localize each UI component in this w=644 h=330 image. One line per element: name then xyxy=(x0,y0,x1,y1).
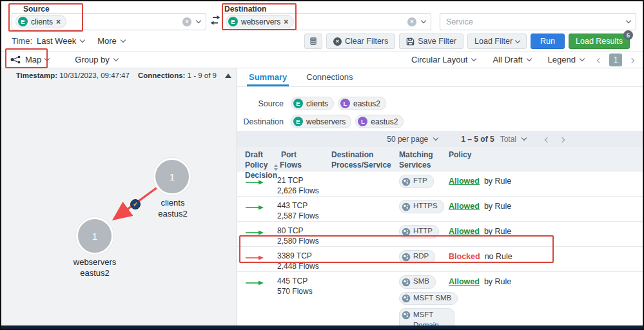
table-row-ftp[interactable]: 21 TCP 2,626 Flows FTP Allowed by Rule xyxy=(237,171,643,196)
policy-decision-link[interactable]: Allowed xyxy=(449,277,480,286)
details-panel: Summary Connections Source E clients L e… xyxy=(237,68,643,325)
group-by-dropdown[interactable]: Group by xyxy=(75,55,117,64)
service-icon xyxy=(402,294,411,303)
policy-detail: no Rule xyxy=(485,252,512,261)
clear-field-icon[interactable] xyxy=(182,17,191,26)
policy-decision-link[interactable]: Allowed xyxy=(449,202,480,211)
table-prev-page-button[interactable] xyxy=(543,135,552,144)
chevron-down-icon xyxy=(44,56,50,61)
service-pill[interactable]: HTTPS xyxy=(399,200,444,213)
time-range-dropdown[interactable]: Last Week xyxy=(37,36,76,46)
chevron-left-icon xyxy=(597,58,602,63)
service-name: FTP xyxy=(413,177,427,184)
service-pill[interactable]: HTTP xyxy=(399,225,439,238)
node-clients-label: clients eastus2 xyxy=(128,198,218,220)
flows-value: 2,580 Flows xyxy=(277,236,331,246)
tab-connections[interactable]: Connections xyxy=(306,68,353,86)
col-header-matching-services: Matching Services xyxy=(399,150,449,171)
service-name: RDP xyxy=(413,252,429,260)
enforcement-boundary-icon: E xyxy=(293,99,303,108)
remove-tag-icon[interactable]: × xyxy=(284,18,288,26)
service-name: SMB xyxy=(413,277,429,285)
service-pill[interactable]: SMB xyxy=(399,275,436,289)
table-row-http[interactable]: 80 TCP 2,580 Flows HTTP Allowed by Rule xyxy=(237,221,643,246)
chevron-left-icon xyxy=(545,137,550,142)
chevron-down-icon[interactable] xyxy=(196,18,201,23)
save-filter-button[interactable]: Save Filter xyxy=(399,34,463,49)
map-status-bar: Timestamp: 10/31/2023, 09:47:47 Connecti… xyxy=(16,72,231,79)
saved-results-button[interactable] xyxy=(304,34,322,49)
node-clients[interactable]: 1 xyxy=(153,158,191,195)
table-row-smb[interactable]: 445 TCP 570 Flows SMB MSFT SMB xyxy=(237,271,643,330)
current-page-indicator[interactable]: 1 xyxy=(609,53,622,66)
chevron-down-icon[interactable] xyxy=(80,37,85,43)
service-name: MSFT SMB xyxy=(413,294,451,302)
node-workload-count: 1 xyxy=(170,171,175,182)
port-value: 80 TCP xyxy=(277,226,331,236)
page-previous-button[interactable] xyxy=(595,55,604,64)
source-field-label: Source xyxy=(23,5,50,14)
chevron-down-icon[interactable] xyxy=(421,18,426,23)
policy-decision-link[interactable]: Allowed xyxy=(449,177,480,186)
table-row-rdp-blocked[interactable]: 3389 TCP 2,448 Flows RDP Blocked no Rule xyxy=(237,246,643,271)
col-header-port-flows[interactable]: Port Flows xyxy=(274,150,331,171)
timestamp-value: 10/31/2023, 09:47:47 xyxy=(59,72,130,79)
legend-dropdown[interactable]: Legend xyxy=(542,55,590,64)
port-value: 21 TCP xyxy=(277,175,331,186)
policy-decision-link[interactable]: Allowed xyxy=(449,227,480,236)
chevron-down-icon[interactable] xyxy=(433,135,438,141)
clear-filters-button[interactable]: Clear Filters xyxy=(326,34,395,49)
collapse-panel-icon[interactable] xyxy=(225,73,231,78)
layout-dropdown[interactable]: Circular Layout xyxy=(405,55,482,64)
clear-field-icon[interactable] xyxy=(407,17,416,26)
chevron-down-icon[interactable] xyxy=(121,37,126,43)
load-filter-button[interactable]: Load Filter xyxy=(467,34,527,49)
summary-tag[interactable]: E webservers xyxy=(291,115,351,128)
draft-policy-arrow-icon xyxy=(245,177,264,188)
source-tag-label: clients xyxy=(31,17,53,26)
page-next-button[interactable] xyxy=(627,55,636,64)
chevron-down-icon[interactable] xyxy=(522,135,527,141)
source-tag-clients[interactable]: E clients × xyxy=(15,15,66,28)
swap-arrows-icon xyxy=(210,15,220,25)
remove-tag-icon[interactable]: × xyxy=(56,18,61,26)
service-pill[interactable]: RDP xyxy=(399,250,435,264)
summary-tag[interactable]: E clients xyxy=(291,97,334,110)
service-filter-field[interactable]: Service xyxy=(440,13,636,30)
map-panel[interactable]: Timestamp: 10/31/2023, 09:47:47 Connecti… xyxy=(1,68,237,325)
summary-tag[interactable]: L eastus2 xyxy=(338,97,386,110)
swap-source-destination-button[interactable] xyxy=(210,15,220,28)
per-page-dropdown[interactable]: 50 per page xyxy=(387,135,428,144)
policy-detail: by Rule xyxy=(484,202,511,211)
traffic-link-arrow[interactable] xyxy=(1,68,237,325)
port-value: 443 TCP xyxy=(277,200,331,211)
chevron-down-icon xyxy=(113,56,119,61)
service-pill[interactable]: FTP xyxy=(399,175,434,188)
destination-filter-field[interactable]: E webservers × xyxy=(222,13,431,30)
chevron-down-icon xyxy=(526,56,531,61)
policy-version-dropdown[interactable]: All Draft xyxy=(487,55,536,64)
source-filter-field[interactable]: E clients × xyxy=(12,13,206,30)
row-range: 1 – 5 of 5 xyxy=(461,135,494,144)
map-view-dropdown[interactable]: Map xyxy=(10,55,49,64)
tab-summary[interactable]: Summary xyxy=(249,68,287,86)
service-placeholder: Service xyxy=(444,17,473,26)
table-row-https[interactable]: 443 TCP 2,587 Flows HTTPS Allowed by Rul… xyxy=(237,196,643,221)
chevron-down-icon[interactable] xyxy=(626,18,631,23)
service-icon xyxy=(402,253,411,262)
service-pill[interactable]: MSFT SMB xyxy=(399,292,458,306)
location-label-icon: L xyxy=(358,117,367,126)
enforcement-boundary-icon: E xyxy=(293,117,303,126)
load-results-button[interactable]: Load Results 5 xyxy=(569,34,630,49)
destination-tag-webservers[interactable]: E webservers × xyxy=(226,15,294,28)
summary-tag[interactable]: L eastus2 xyxy=(355,115,404,128)
table-next-page-button[interactable] xyxy=(558,135,567,144)
node-webservers[interactable]: 1 xyxy=(76,217,113,255)
chevron-down-icon xyxy=(471,56,476,61)
connections-label: Connections: xyxy=(138,72,185,79)
run-button[interactable]: Run xyxy=(531,34,565,49)
time-label: Time: xyxy=(12,36,32,46)
sort-icon[interactable] xyxy=(274,164,278,171)
clear-circle-icon xyxy=(333,37,342,46)
more-dropdown[interactable]: More xyxy=(97,36,117,46)
